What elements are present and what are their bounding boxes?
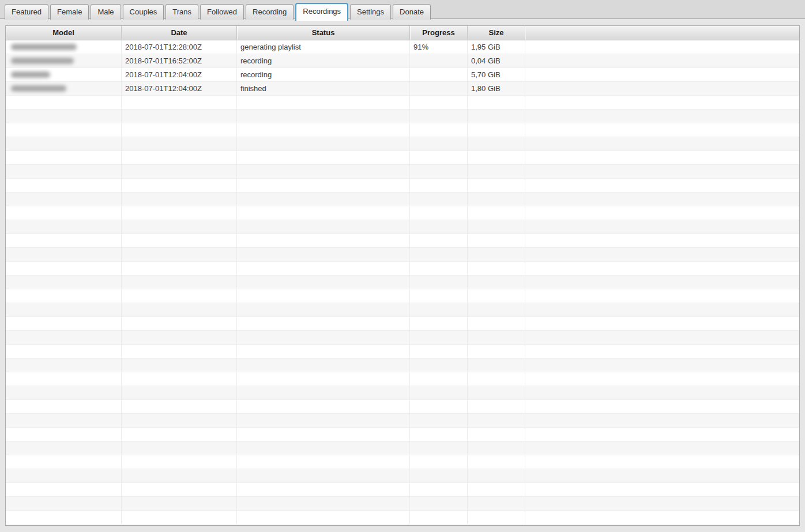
table-row-empty[interactable]: [6, 442, 799, 455]
cell-extra: [525, 206, 799, 220]
tab-female[interactable]: Female: [50, 4, 89, 20]
table-row-empty[interactable]: [6, 289, 799, 303]
table-row-empty[interactable]: [6, 455, 799, 469]
cell-extra: [525, 386, 799, 400]
table-row-empty[interactable]: [6, 206, 799, 220]
tab-settings[interactable]: Settings: [350, 4, 391, 20]
cell-extra: [525, 428, 799, 442]
cell-extra: [525, 262, 799, 276]
cell-extra: [525, 276, 799, 289]
table-row-empty[interactable]: [6, 165, 799, 179]
tab-male[interactable]: Male: [91, 4, 121, 20]
table-row-empty[interactable]: [6, 151, 799, 165]
tab-recordings[interactable]: Recordings: [295, 3, 348, 21]
tab-recording[interactable]: Recording: [246, 4, 294, 20]
cell-size: [468, 317, 525, 331]
cell-model: [6, 248, 122, 262]
cell-status: [237, 414, 410, 428]
cell-progress: [410, 248, 468, 262]
cell-status: [237, 220, 410, 234]
cell-extra: [525, 220, 799, 234]
cell-model: [6, 151, 122, 165]
column-header-progress[interactable]: Progress: [410, 26, 468, 40]
column-header-date[interactable]: Date: [122, 26, 237, 40]
table-row-empty[interactable]: [6, 137, 799, 151]
cell-progress: [410, 483, 468, 497]
cell-progress: [410, 497, 468, 511]
cell-date: [122, 303, 237, 317]
table-row[interactable]: 2018-07-01T16:52:00Z recording 0,04 GiB: [6, 54, 799, 68]
cell-progress: [410, 303, 468, 317]
cell-date: 2018-07-01T12:04:00Z: [122, 82, 237, 96]
tab-couples[interactable]: Couples: [123, 4, 164, 20]
cell-progress: [410, 469, 468, 483]
cell-date: 2018-07-01T12:28:00Z: [122, 40, 237, 54]
cell-status: [237, 359, 410, 372]
table-row-empty[interactable]: [6, 386, 799, 400]
table-row-empty[interactable]: [6, 414, 799, 428]
tab-donate[interactable]: Donate: [393, 4, 431, 20]
table-row-empty[interactable]: [6, 511, 799, 525]
cell-model: [6, 40, 122, 54]
table-row-empty[interactable]: [6, 110, 799, 123]
cell-status: [237, 345, 410, 359]
column-header-status[interactable]: Status: [237, 26, 410, 40]
cell-model: [6, 386, 122, 400]
table-row-empty[interactable]: [6, 220, 799, 234]
column-header[interactable]: [525, 26, 799, 40]
cell-model: [6, 400, 122, 414]
redacted-model-name: [11, 85, 66, 92]
cell-size: [468, 331, 525, 345]
cell-status: [237, 303, 410, 317]
tab-followed[interactable]: Followed: [200, 4, 244, 20]
cell-size: [468, 497, 525, 511]
cell-date: [122, 165, 237, 179]
table-row-empty[interactable]: [6, 96, 799, 110]
cell-size: [468, 483, 525, 497]
cell-extra: [525, 317, 799, 331]
table-row[interactable]: 2018-07-01T12:04:00Z finished 1,80 GiB: [6, 82, 799, 96]
table-row[interactable]: 2018-07-01T12:04:00Z recording 5,70 GiB: [6, 68, 799, 82]
table-row-empty[interactable]: [6, 483, 799, 497]
cell-progress: [410, 331, 468, 345]
table-row-empty[interactable]: [6, 262, 799, 276]
table-row-empty[interactable]: [6, 469, 799, 483]
redacted-model-name: [11, 44, 77, 50]
tab-trans[interactable]: Trans: [165, 4, 198, 20]
cell-date: [122, 179, 237, 193]
table-row-empty[interactable]: [6, 331, 799, 345]
cell-date: [122, 193, 237, 206]
table-row-empty[interactable]: [6, 372, 799, 386]
cell-model: [6, 276, 122, 289]
table-row-empty[interactable]: [6, 317, 799, 331]
tab-featured[interactable]: Featured: [5, 4, 48, 20]
table-row-empty[interactable]: [6, 428, 799, 442]
cell-status: [237, 123, 410, 137]
cell-date: [122, 151, 237, 165]
table-row-empty[interactable]: [6, 345, 799, 359]
column-header-model[interactable]: Model: [6, 26, 122, 40]
cell-date: [122, 483, 237, 497]
table-row-empty[interactable]: [6, 359, 799, 372]
table-row-empty[interactable]: [6, 193, 799, 206]
table-row-empty[interactable]: [6, 248, 799, 262]
cell-extra: [525, 82, 799, 96]
cell-progress: [410, 123, 468, 137]
table-row-empty[interactable]: [6, 303, 799, 317]
table-row-empty[interactable]: [6, 400, 799, 414]
cell-progress: [410, 289, 468, 303]
table-row[interactable]: 2018-07-01T12:28:00Z generating playlist…: [6, 40, 799, 54]
cell-status: [237, 372, 410, 386]
cell-date: [122, 428, 237, 442]
table-row-empty[interactable]: [6, 276, 799, 289]
cell-size: 1,95 GiB: [468, 40, 525, 54]
cell-model: [6, 469, 122, 483]
column-header-size[interactable]: Size: [468, 26, 525, 40]
cell-model: [6, 68, 122, 82]
table-row-empty[interactable]: [6, 123, 799, 137]
table-row-empty[interactable]: [6, 497, 799, 511]
table-row-empty[interactable]: [6, 179, 799, 193]
cell-extra: [525, 234, 799, 248]
cell-status: [237, 193, 410, 206]
table-row-empty[interactable]: [6, 234, 799, 248]
